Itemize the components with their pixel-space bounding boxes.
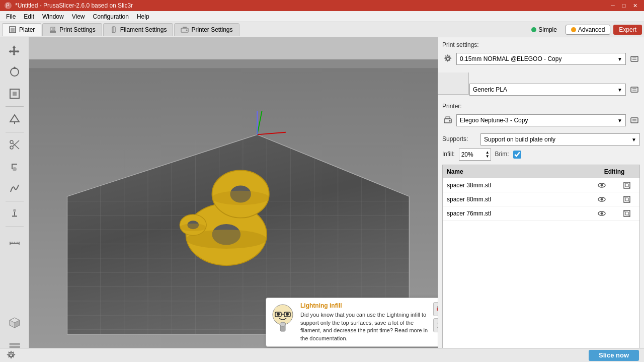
svg-point-100 (212, 191, 269, 205)
menu-view[interactable]: View (68, 12, 89, 21)
notification-mascot (270, 302, 295, 334)
paint-seam-button[interactable] (4, 178, 26, 198)
toolbar-separator-2 (6, 132, 24, 132)
3d-view-button[interactable] (3, 311, 26, 334)
print-settings-label: Print settings: (442, 41, 479, 48)
obj-vis-3[interactable] (589, 209, 614, 218)
supports-arrow: ▼ (631, 137, 636, 142)
svg-point-138 (601, 198, 603, 200)
filament-config-icon (630, 85, 639, 94)
object-row-3[interactable]: spacer 76mm.stl (443, 206, 639, 221)
printer-dropdown[interactable]: Elegoo Neptune-3 - Copy ▼ (456, 114, 626, 126)
print-settings-gear-button[interactable] (442, 53, 453, 64)
printer-gear-button[interactable] (442, 115, 453, 126)
paint-support-icon (8, 160, 21, 173)
svg-point-104 (273, 305, 293, 325)
notification-content: Lightning infill Did you know that you c… (300, 302, 428, 342)
svg-rect-3 (11, 28, 15, 32)
filament-dropdown[interactable]: Generic PLA ▼ (469, 84, 626, 96)
supports-dropdown[interactable]: Support on build plate only ▼ (480, 133, 640, 146)
brim-checkbox[interactable] (513, 151, 521, 159)
filament-config-button[interactable] (629, 84, 640, 95)
obj-edit-3[interactable] (614, 209, 639, 218)
menu-file[interactable]: File (2, 12, 20, 21)
sla-support-icon (8, 207, 21, 221)
menu-help[interactable]: Help (133, 12, 153, 21)
print-settings-config-button[interactable] (629, 53, 640, 64)
notification-close-button[interactable] (433, 318, 438, 332)
object-row-2[interactable]: spacer 80mm.stl (443, 192, 639, 206)
svg-rect-11 (183, 27, 187, 28)
infill-input[interactable] (459, 149, 485, 160)
menu-configuration[interactable]: Configuration (89, 12, 133, 21)
col-name-header: Name (443, 168, 589, 175)
obj-name-1: spacer 38mm.stl (443, 182, 589, 189)
printer-config-icon (630, 116, 639, 125)
infill-down-arrow[interactable]: ▼ (486, 155, 490, 159)
mode-advanced-label: Advanced (578, 26, 605, 33)
tab-printer-settings[interactable]: Printer Settings (174, 23, 239, 36)
visibility-icon-3 (597, 209, 606, 218)
svg-point-128 (449, 120, 451, 122)
plater-icon (9, 26, 17, 34)
close-notification-icon (437, 322, 438, 329)
printer-config-button[interactable] (629, 115, 640, 126)
measure-tool-button[interactable] (4, 230, 26, 250)
tab-filament-label: Filament Settings (120, 26, 167, 33)
3d-cube-icon (8, 316, 21, 329)
mode-advanced-button[interactable]: Advanced (566, 25, 610, 35)
svg-point-27 (13, 209, 16, 212)
obj-name-2: spacer 80mm.stl (443, 196, 589, 203)
mode-buttons: Simple Advanced Expert (526, 25, 642, 35)
rotate-icon (8, 65, 21, 79)
bottom-settings-button[interactable] (5, 349, 17, 361)
sla-support-button[interactable] (4, 204, 26, 224)
obj-vis-2[interactable] (589, 195, 614, 204)
svg-point-108 (277, 313, 280, 316)
svg-rect-112 (437, 308, 438, 311)
scale-tool-button[interactable] (4, 84, 26, 104)
slice-now-label: Slice now (599, 351, 629, 359)
infill-spinner[interactable]: ▲ ▼ (485, 151, 491, 159)
minimize-button[interactable]: ─ (608, 2, 618, 10)
infill-brim-row: Infill: ▲ ▼ Brim: (442, 149, 640, 161)
filament-settings-icon (110, 26, 118, 34)
viewport[interactable]: Lightning infill Did you know that you c… (29, 59, 438, 362)
menu-edit[interactable]: Edit (20, 12, 38, 21)
cut-tool-button[interactable] (4, 135, 26, 155)
edit-icon-1 (622, 181, 631, 190)
infill-label: Infill: (442, 151, 455, 158)
print-settings-dropdown[interactable]: 0.15mm NORMAL @ELEGOO - Copy ▼ (456, 53, 626, 65)
svg-point-143 (601, 212, 603, 214)
maximize-button[interactable]: □ (619, 2, 629, 10)
tab-print-settings[interactable]: Print Settings (42, 23, 102, 36)
printer-label: Printer: (442, 103, 462, 110)
close-button[interactable]: ✕ (630, 2, 640, 10)
notification-settings-button[interactable] (433, 302, 438, 316)
svg-marker-13 (9, 45, 19, 55)
svg-rect-123 (631, 87, 638, 92)
simple-dot (531, 27, 536, 32)
rotate-tool-button[interactable] (4, 62, 26, 82)
obj-edit-2[interactable] (614, 195, 639, 204)
bottom-gear-icon (6, 350, 16, 360)
notification-settings-icon (436, 305, 438, 314)
tab-filament-settings[interactable]: Filament Settings (103, 23, 174, 36)
printer-row: Printer: (442, 103, 640, 111)
place-on-face-button[interactable] (4, 109, 26, 129)
mode-expert-button[interactable]: Expert (613, 25, 642, 35)
print-gear-icon (443, 54, 452, 63)
tab-plater[interactable]: Plater (2, 23, 41, 36)
obj-edit-1[interactable] (614, 181, 639, 190)
move-tool-button[interactable] (4, 40, 26, 60)
slice-now-button[interactable]: Slice now (589, 350, 639, 361)
printer-control: Elegoo Neptune-3 - Copy ▼ (442, 114, 640, 126)
obj-vis-1[interactable] (589, 181, 614, 190)
printer-value: Elegoo Neptune-3 - Copy (460, 117, 528, 124)
paint-support-button[interactable] (4, 157, 26, 177)
mode-simple-button[interactable]: Simple (526, 25, 562, 35)
brim-label: Brim: (495, 151, 509, 158)
printer-icon (443, 116, 452, 125)
object-row-1[interactable]: spacer 38mm.stl (443, 178, 639, 192)
menu-window[interactable]: Window (38, 12, 68, 21)
